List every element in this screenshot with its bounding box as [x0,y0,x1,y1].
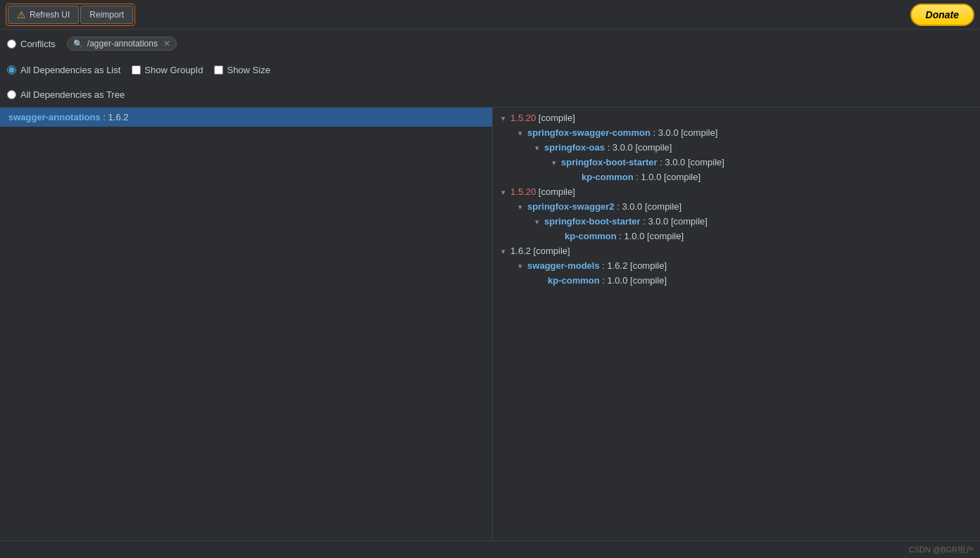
reimport-label: Reimport [89,10,124,20]
status-text: CSDN @BGR用户 [909,545,973,555]
donate-button[interactable]: Donate [910,4,974,26]
tree-node[interactable]: ▾ springfox-boot-starter : 3.0.0 [compil… [493,214,980,229]
search-tag-text: /agger-annotations [87,39,158,49]
dep-version-root: 1.5.20 [510,186,539,197]
search-icon: 🔍 [73,39,83,49]
all-deps-tree-radio[interactable] [7,90,16,99]
dep-version: : 3.0.0 [651,127,681,138]
toolbar-right: Donate [910,4,974,26]
dep-version: : 1.0.0 [634,172,664,182]
dep-scope: [compile] [664,172,701,182]
artifact-version: : 1.6.2 [101,112,129,122]
chevron-icon: ▾ [518,262,524,270]
toolbar: ⚠ Refresh UI Reimport Donate [0,0,980,30]
dep-name: springfox-boot-starter [544,216,641,227]
dep-scope: [compile] [539,186,575,197]
chevron-icon: ▾ [501,188,508,196]
dep-scope: [compile] [681,127,717,138]
dep-name: swagger-models [527,260,600,271]
chevron-icon: ▾ [501,247,508,255]
all-deps-tree-radio-label[interactable]: All Dependencies as Tree [7,89,125,100]
tree-node[interactable]: ▾ springfox-oas : 3.0.0 [compile] [493,140,980,155]
tag-close-button[interactable]: ✕ [163,39,170,49]
dep-version: : 1.6.2 [600,260,630,271]
show-size-label: Show Size [227,65,270,75]
list-item[interactable]: swagger-annotations : 1.6.2 [0,108,492,127]
toolbar-left: ⚠ Refresh UI Reimport [6,4,135,26]
tree-node[interactable]: ▾ swagger-models : 1.6.2 [compile] [493,258,980,273]
dep-scope: [compile] [647,231,684,241]
dep-scope: [compile] [635,142,672,153]
tree-node[interactable]: ▾ 1.5.20 [compile] [493,110,980,125]
dep-name: kp-common [548,275,600,286]
chevron-icon: ▾ [518,129,524,137]
tree-node[interactable]: kp-common : 1.0.0 [compile] [493,273,980,288]
all-deps-list-radio[interactable] [7,65,16,75]
tree-node[interactable]: kp-common : 1.0.0 [compile] [493,229,980,243]
filter-row: Conflicts 🔍 /agger-annotations ✕ [0,30,980,58]
dep-version: : 3.0.0 [605,142,635,153]
dep-scope: [compile] [671,216,708,227]
btn-group: ⚠ Refresh UI Reimport [6,4,135,26]
chevron-icon: ▾ [535,144,541,152]
main-content: swagger-annotations : 1.6.2 ▾ 1.5.20 [co… [0,107,980,540]
show-groupid-checkbox[interactable] [132,65,141,75]
dep-name: springfox-oas [544,142,605,153]
all-deps-list-radio-label[interactable]: All Dependencies as List [7,65,120,75]
dep-version: : 1.0.0 [617,231,647,241]
tree-node[interactable]: ▾ 1.6.2 [compile] [493,243,980,258]
options-row2: All Dependencies as Tree [0,82,980,107]
conflicts-radio[interactable] [7,39,16,49]
refresh-ui-button[interactable]: ⚠ Refresh UI [8,6,79,24]
dep-version: : 3.0.0 [615,201,645,212]
artifact-name: swagger-annotations [8,112,101,122]
chevron-icon: ▾ [535,217,541,226]
right-panel: ▾ 1.5.20 [compile]▾ springfox-swagger-co… [493,108,980,540]
conflicts-label: Conflicts [20,39,56,49]
all-deps-list-label: All Dependencies as List [20,65,120,75]
chevron-icon: ▾ [501,114,508,122]
show-size-checkbox[interactable] [214,65,223,75]
dep-scope: [compile] [630,275,667,286]
show-size-checkbox-label[interactable]: Show Size [214,65,270,75]
dep-scope: [compile] [688,157,724,167]
dep-name: kp-common [565,231,617,241]
dep-name: kp-common [582,172,634,182]
tree-node[interactable]: ▾ springfox-swagger-common : 3.0.0 [comp… [493,125,980,140]
refresh-ui-label: Refresh UI [30,10,70,20]
dep-version-root: 1.5.20 [510,113,539,123]
tree-node[interactable]: ▾ springfox-boot-starter : 3.0.0 [compil… [493,155,980,170]
dep-version-root: 1.6.2 [510,246,534,256]
status-bar: CSDN @BGR用户 [0,540,980,558]
show-groupid-label: Show GroupId [144,65,203,75]
all-deps-tree-label: All Dependencies as Tree [20,89,125,100]
chevron-icon: ▾ [552,158,558,167]
dep-name: springfox-swagger2 [527,201,615,212]
dep-scope: [compile] [539,113,575,123]
dep-name: springfox-boot-starter [561,157,658,167]
reimport-button[interactable]: Reimport [80,6,133,24]
warning-icon: ⚠ [17,9,26,20]
dep-scope: [compile] [534,246,570,256]
tree-node[interactable]: ▾ springfox-swagger2 : 3.0.0 [compile] [493,199,980,214]
left-panel: swagger-annotations : 1.6.2 [0,108,493,540]
dep-scope: [compile] [645,201,681,212]
dep-scope: [compile] [630,260,667,271]
tree-node[interactable]: kp-common : 1.0.0 [compile] [493,170,980,184]
options-row: All Dependencies as List Show GroupId Sh… [0,58,980,82]
conflicts-radio-label[interactable]: Conflicts [7,39,56,49]
dep-version: : 3.0.0 [658,157,688,167]
dep-version: : 1.0.0 [600,275,630,286]
dep-name: springfox-swagger-common [527,127,651,138]
show-groupid-checkbox-label[interactable]: Show GroupId [132,65,203,75]
chevron-icon: ▾ [518,203,524,211]
tree-node[interactable]: ▾ 1.5.20 [compile] [493,184,980,199]
search-tag: 🔍 /agger-annotations ✕ [67,37,177,51]
dep-version: : 3.0.0 [641,216,671,227]
